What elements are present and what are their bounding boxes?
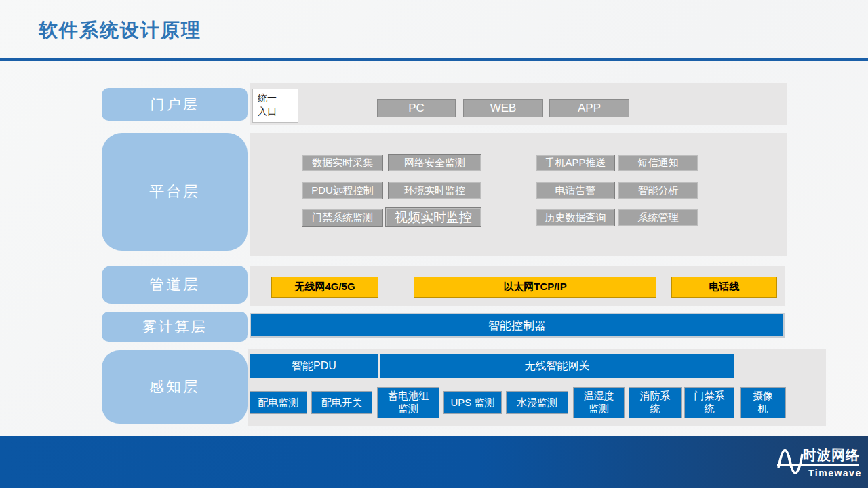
platform-btn-app-push: 手机APP推送 bbox=[536, 155, 615, 171]
device-battery-monitoring: 蓄电池组 监测 bbox=[377, 387, 439, 418]
platform-btn-data-collection: 数据实时采集 bbox=[302, 155, 383, 171]
brand-name-cn: 时波网络 bbox=[803, 446, 860, 464]
client-app: APP bbox=[549, 99, 629, 117]
platform-btn-smart-analysis: 智能分析 bbox=[618, 182, 698, 199]
perception-layer-panel: 智能PDU 无线智能网关 配电监测 配电开关 蓄电池组 监测 UPS 监测 水浸… bbox=[248, 349, 826, 426]
logo-divider-line bbox=[777, 464, 859, 466]
slide: 软件系统设计原理 门户层 平台层 管道层 雾计算层 感知层 统一 入口 PC W… bbox=[0, 0, 868, 488]
fog-controller-bar: 智能控制器 bbox=[250, 313, 785, 338]
footer-bar: 时波网络 Timewave bbox=[0, 436, 868, 488]
layer-label-platform: 平台层 bbox=[102, 133, 248, 251]
device-power-switch: 配电开关 bbox=[311, 391, 372, 414]
title-divider bbox=[0, 58, 868, 61]
gateway-smart-pdu: 智能PDU bbox=[250, 354, 378, 378]
platform-layer-panel: 数据实时采集 网络安全监测 PDU远程控制 环境实时监控 门禁系统监测 视频实时… bbox=[250, 133, 787, 256]
brand-name-en: Timewave bbox=[808, 468, 862, 479]
channel-ethernet-tcpip: 以太网TCP/IP bbox=[414, 277, 656, 298]
platform-btn-network-security: 网络安全监测 bbox=[388, 154, 481, 171]
platform-btn-sms-notify: 短信通知 bbox=[618, 155, 698, 171]
platform-btn-video-monitoring: 视频实时监控 bbox=[385, 207, 481, 227]
portal-layer-panel: 统一 入口 PC WEB APP bbox=[250, 83, 787, 125]
platform-btn-history-query: 历史数据查询 bbox=[536, 209, 615, 226]
pipeline-layer-panel: 无线网4G/5G 以太网TCP/IP 电话线 bbox=[250, 266, 785, 306]
device-fire-system: 消防系 统 bbox=[629, 387, 682, 418]
platform-btn-system-mgmt: 系统管理 bbox=[618, 209, 698, 226]
layer-label-pipeline: 管道层 bbox=[102, 266, 248, 304]
client-web: WEB bbox=[463, 99, 543, 117]
timewave-logo-icon bbox=[776, 443, 806, 481]
platform-btn-phone-alarm: 电话告警 bbox=[536, 182, 615, 199]
device-ups-monitoring: UPS 监测 bbox=[443, 391, 502, 414]
layer-label-perception: 感知层 bbox=[102, 350, 248, 424]
device-camera: 摄像 机 bbox=[740, 387, 786, 418]
platform-btn-pdu-remote-control: PDU远程控制 bbox=[302, 182, 383, 199]
platform-btn-access-monitoring: 门禁系统监测 bbox=[302, 209, 383, 227]
page-title: 软件系统设计原理 bbox=[39, 18, 201, 43]
layer-label-fog-computing: 雾计算层 bbox=[102, 312, 248, 342]
channel-wireless-4g5g: 无线网4G/5G bbox=[271, 277, 378, 298]
unified-entry-box: 统一 入口 bbox=[252, 89, 298, 123]
device-temp-humidity: 温湿度 监测 bbox=[573, 387, 625, 418]
device-water-monitoring: 水浸监测 bbox=[506, 391, 568, 414]
layer-label-portal: 门户层 bbox=[102, 88, 248, 121]
channel-phone-line: 电话线 bbox=[671, 277, 777, 298]
client-pc: PC bbox=[377, 99, 456, 117]
gateway-wireless-gateway: 无线智能网关 bbox=[380, 354, 734, 378]
device-power-monitoring: 配电监测 bbox=[250, 391, 307, 414]
brand-logo: 时波网络 Timewave bbox=[776, 442, 860, 481]
platform-btn-env-monitoring: 环境实时监控 bbox=[388, 182, 481, 199]
device-access-system: 门禁系 统 bbox=[684, 387, 734, 418]
